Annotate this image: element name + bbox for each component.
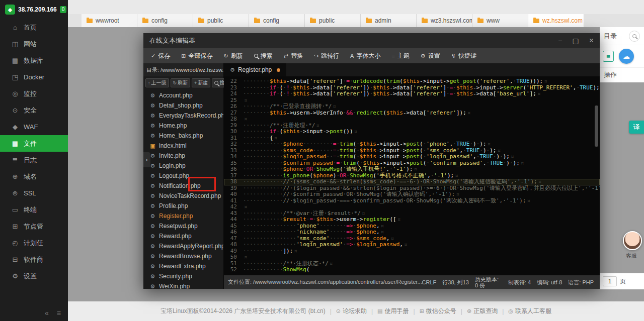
file-item[interactable]: ⚙Detail_shop.php <box>143 100 223 111</box>
editor-body: 目录: /www/wwwroot/wz.hszsw... ↑上一级↻刷新+新建搜… <box>143 63 600 289</box>
folder-tab[interactable]: www <box>472 14 528 27</box>
file-name: RewardApplyReport.php <box>159 243 223 250</box>
file-name: Resetpwd.php <box>159 223 198 230</box>
footer-link-contact-support[interactable]: ◎联系人工客服 <box>508 307 551 315</box>
footer-link-forum-help[interactable]: ⊙论坛求助 <box>336 307 367 315</box>
folder-tab[interactable]: wz3.hszswl.com <box>417 14 472 27</box>
file-item[interactable]: ⚙WeiXin.php <box>143 281 223 289</box>
footer-link-wechat[interactable]: ⊞微信公众号 <box>420 307 456 315</box>
shortcuts-button[interactable]: ↯快捷键 <box>446 48 482 63</box>
font-size-button[interactable]: A字体大小 <box>345 48 386 63</box>
tree-up-button[interactable]: ↑上一级 <box>145 78 169 87</box>
file-name: Account.php <box>159 92 193 99</box>
sidebar-item-logs[interactable]: ≣日志 <box>0 152 68 168</box>
replace-button[interactable]: ⇄替换 <box>278 48 308 63</box>
code-editor[interactable]: 22········$this->data['referer']·=·urlde… <box>224 76 600 275</box>
sidebar-item-files[interactable]: ▦文件 <box>0 135 68 152</box>
minimize-button[interactable]: − <box>558 37 562 44</box>
file-item[interactable]: ⚙RewardExtra.php <box>143 261 223 271</box>
cloud-mount-icon[interactable]: ☁ <box>619 49 634 64</box>
file-item[interactable]: ⚙EverydayTaskRecord.php <box>143 111 223 121</box>
file-item[interactable]: ⚙Register.php <box>143 211 223 221</box>
sidebar-item-website[interactable]: ◫网站 <box>0 36 68 52</box>
close-button[interactable]: × <box>589 37 594 45</box>
maximize-button[interactable]: ▢ <box>572 37 579 44</box>
list-view-toggle[interactable]: ≡ <box>603 51 614 62</box>
theme-button[interactable]: ≡主题 <box>386 48 415 63</box>
sidebar-collapse-icon[interactable]: « <box>45 309 49 317</box>
line-number: 50 <box>224 254 237 261</box>
sidebar-item-database[interactable]: ▤数据库 <box>0 52 68 69</box>
sidebar-item-domain[interactable]: ⊕域名 <box>0 168 68 185</box>
settings-button[interactable]: ⚙设置 <box>415 48 446 63</box>
file-tab-register[interactable]: ⚙ Register.php <box>224 63 286 76</box>
sidebar-item-label: 文件 <box>24 139 37 148</box>
folder-tab[interactable]: wwwroot <box>82 14 137 27</box>
file-item[interactable]: ⚙RewardBrowse.php <box>143 251 223 261</box>
line-number: 42 <box>224 204 237 210</box>
translate-button[interactable]: 译 <box>629 121 644 134</box>
save-button[interactable]: ✓保存 <box>145 48 176 63</box>
refresh-button[interactable]: ↻刷新 <box>218 48 248 63</box>
folder-icon <box>198 19 204 23</box>
search-button[interactable] <box>629 31 640 42</box>
customer-service-avatar[interactable] <box>623 231 642 250</box>
tree-collapse-handle[interactable]: ‹ <box>143 152 150 167</box>
folder-tab[interactable]: wz.hszswl.com <box>528 14 584 27</box>
tree-new-button[interactable]: +新建 <box>192 78 210 87</box>
footer-separator: | <box>371 308 373 315</box>
file-name: Register.php <box>159 212 193 220</box>
file-item[interactable]: ⚙Home.php <box>143 121 223 131</box>
folder-tab[interactable]: public <box>305 14 361 27</box>
toolbar-button-label: 保存 <box>158 52 170 60</box>
sidebar-item-ssl[interactable]: ⊜SSL <box>0 185 68 201</box>
sidebar-item-settings[interactable]: ⚙设置 <box>0 268 68 284</box>
file-item[interactable]: ⚙Home_baks.php <box>143 131 223 141</box>
sidebar-item-node[interactable]: ⊞节点管 <box>0 218 68 235</box>
line-number: 30 <box>224 129 237 135</box>
domain-icon: ⊕ <box>11 173 19 180</box>
save-all-icon: ⊞ <box>181 53 186 59</box>
sidebar-menu-icon[interactable]: ≡ <box>57 309 61 317</box>
page-footer: 宝塔Linux面板©2014-2026 广东堡塔安全技术有限公司 (bt.cn)… <box>68 301 644 321</box>
php-file-icon: ⚙ <box>149 102 156 109</box>
sidebar-item-docker[interactable]: ◳Docker <box>0 69 68 85</box>
sidebar-item-waf[interactable]: ◆WAF <box>0 119 68 135</box>
sidebar-item-appstore[interactable]: ⊟软件商 <box>0 251 68 268</box>
notification-badge[interactable]: 0 <box>60 6 67 13</box>
file-item[interactable]: ▣index.html <box>143 141 223 151</box>
editor-scrollbar[interactable] <box>595 105 598 147</box>
tree-new-icon: + <box>194 80 197 85</box>
server-ip[interactable]: 38.76.209.166 <box>18 6 57 13</box>
folder-tab[interactable]: admin <box>361 14 417 27</box>
sidebar-item-terminal[interactable]: ▭终端 <box>0 201 68 218</box>
tree-refresh-button[interactable]: ↻刷新 <box>171 78 191 87</box>
file-item[interactable]: ⚙Reward.php <box>143 231 223 241</box>
settings-icon: ⚙ <box>11 272 19 280</box>
footer-link-manual[interactable]: ▤使用手册 <box>377 307 409 315</box>
folder-tab[interactable]: config <box>249 14 305 27</box>
search-button[interactable]: 搜索 <box>249 48 278 63</box>
line-number: 22 <box>224 78 237 85</box>
sidebar-item-home[interactable]: ⌂首页 <box>0 19 68 36</box>
file-item[interactable]: ⚙NoviceTaskRecord.php <box>143 191 223 201</box>
footer-separator: | <box>414 308 415 315</box>
page-number-input[interactable] <box>603 276 617 286</box>
terminal-icon: ▭ <box>11 206 19 213</box>
folder-tab[interactable]: public <box>193 14 249 27</box>
sidebar-item-security[interactable]: ⊙安全 <box>0 102 68 119</box>
goto-line-button[interactable]: ↪跳转行 <box>308 48 345 63</box>
file-item[interactable]: ⚙RewardApplyReport.php <box>143 241 223 251</box>
file-item[interactable]: ⚙Login.php <box>143 161 223 171</box>
save-all-button[interactable]: ⊞全部保存 <box>176 48 218 63</box>
folder-tab[interactable]: config <box>137 14 193 27</box>
file-item[interactable]: ⚙Profile.php <box>143 201 223 211</box>
footer-link-license-check[interactable]: ⊛正版查询 <box>467 307 498 315</box>
file-item[interactable]: ⚙Resetpwd.php <box>143 221 223 231</box>
sidebar-item-monitor[interactable]: ◎监控 <box>0 85 68 102</box>
file-item[interactable]: ⚙Security.php <box>143 271 223 281</box>
folder-tab-label: www <box>487 17 500 24</box>
file-item[interactable]: ⚙Account.php <box>143 90 223 100</box>
sidebar-item-cron[interactable]: ◴计划任 <box>0 235 68 251</box>
file-item[interactable]: ⚙Invite.php <box>143 151 223 161</box>
